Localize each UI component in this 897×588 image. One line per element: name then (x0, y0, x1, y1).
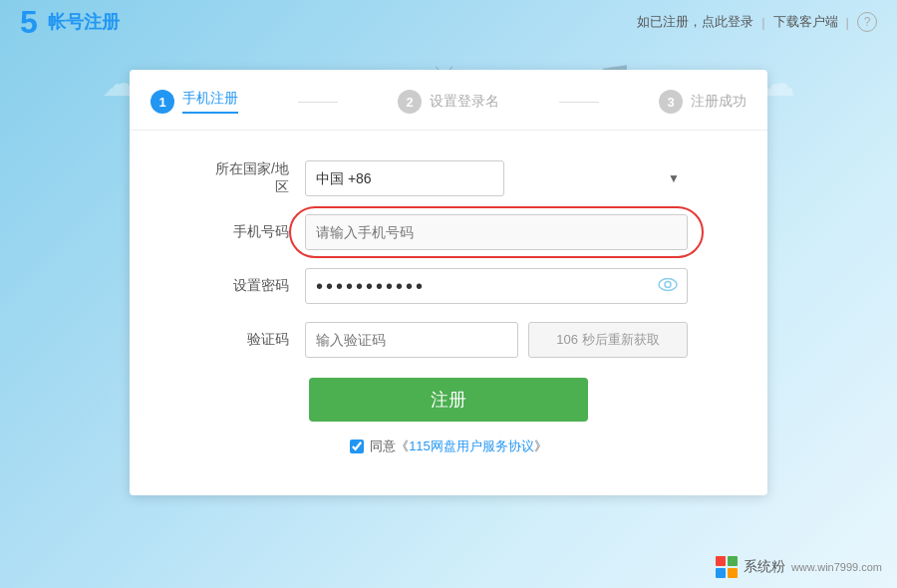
download-link[interactable]: 下载客户端 (773, 13, 838, 31)
steps-bar: 1 手机注册 2 设置登录名 3 注册成功 (130, 70, 767, 131)
agreement-checkbox[interactable] (350, 440, 364, 453)
win-sq-blue (716, 568, 726, 578)
main-card: 1 手机注册 2 设置登录名 3 注册成功 所在国家/地区 (130, 70, 767, 495)
agreement-text: 同意《115网盘用户服务协议》 (370, 438, 547, 455)
step-2-circle: 2 (398, 90, 422, 114)
step-3: 3 注册成功 (659, 90, 747, 114)
country-select[interactable]: 中国 +86 美国 +1 英国 +44 (305, 160, 504, 196)
step-3-label: 注册成功 (691, 93, 747, 111)
select-arrow-icon: ▼ (668, 171, 680, 185)
step-1-label: 手机注册 (182, 90, 238, 106)
phone-row: 手机号码 (209, 214, 688, 250)
svg-point-0 (659, 279, 677, 291)
watermark-site: www.win7999.com (791, 561, 882, 573)
logo-title: 帐号注册 (48, 10, 120, 34)
password-input-wrap (305, 268, 688, 304)
phone-input[interactable] (305, 214, 688, 250)
verify-wrap: 106 秒后重新获取 (305, 322, 688, 358)
verify-input-wrap: 106 秒后重新获取 (305, 322, 688, 358)
divider: | (761, 15, 764, 30)
password-label: 设置密码 (209, 277, 289, 295)
win-sq-green (728, 556, 738, 566)
login-link[interactable]: 如已注册，点此登录 (637, 13, 753, 31)
phone-input-wrap (305, 214, 688, 250)
step-3-circle: 3 (659, 90, 683, 114)
step-1-underline (182, 112, 238, 114)
register-btn-row: 注册 (209, 378, 688, 422)
step-1-label-wrap: 手机注册 (182, 90, 238, 114)
step-2-label: 设置登录名 (430, 93, 499, 111)
step-1: 1 手机注册 (150, 90, 238, 114)
top-links: 如已注册，点此登录 | 下载客户端 | ? (637, 12, 877, 32)
win-sq-orange (728, 568, 738, 578)
help-icon[interactable]: ? (857, 12, 877, 32)
verify-code-input[interactable] (305, 322, 518, 358)
svg-point-1 (665, 282, 671, 288)
eye-icon[interactable] (658, 276, 678, 297)
step-1-circle: 1 (150, 90, 174, 114)
windows-logo (716, 556, 738, 578)
phone-label: 手机号码 (209, 223, 289, 241)
step-divider-1 (298, 102, 338, 103)
country-select-wrap: 中国 +86 美国 +1 英国 +44 ▼ (305, 160, 688, 196)
logo-number: 5 (20, 6, 38, 38)
country-label: 所在国家/地区 (209, 160, 289, 196)
win-sq-red (716, 556, 726, 566)
divider2: | (846, 15, 849, 30)
top-bar: 5 帐号注册 如已注册，点此登录 | 下载客户端 | ? (0, 0, 897, 44)
password-input[interactable] (305, 268, 688, 304)
resend-verify-btn[interactable]: 106 秒后重新获取 (528, 322, 688, 358)
watermark-label: 系统粉 (744, 558, 785, 576)
password-row: 设置密码 (209, 268, 688, 304)
verify-row: 验证码 106 秒后重新获取 (209, 322, 688, 358)
step-2: 2 设置登录名 (398, 90, 499, 114)
country-row: 所在国家/地区 中国 +86 美国 +1 英国 +44 ▼ (209, 160, 688, 196)
agreement-link[interactable]: 115网盘用户服务协议 (409, 439, 534, 453)
form-area: 所在国家/地区 中国 +86 美国 +1 英国 +44 ▼ 手机号码 设置密码 (130, 131, 767, 465)
step-divider-2 (559, 102, 599, 103)
verify-label: 验证码 (209, 331, 289, 349)
agreement-row: 同意《115网盘用户服务协议》 (209, 438, 688, 455)
register-button[interactable]: 注册 (309, 378, 588, 422)
watermark: 系统粉 www.win7999.com (716, 556, 882, 578)
logo-area: 5 帐号注册 (20, 6, 120, 38)
